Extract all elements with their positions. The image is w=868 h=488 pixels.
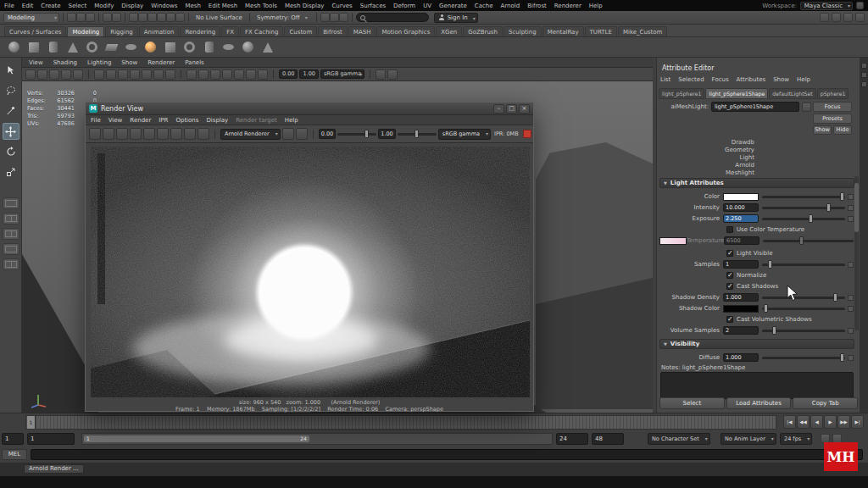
color-slider[interactable] — [762, 196, 845, 198]
intensity-map-button[interactable] — [848, 205, 854, 211]
command-language-toggle[interactable]: MEL — [2, 449, 27, 460]
diffuse-map-button[interactable] — [848, 355, 854, 361]
render-view-menu-item[interactable]: Display — [206, 117, 228, 124]
panel-menu-item[interactable]: Renderer — [147, 59, 175, 66]
shelf-tab[interactable]: Rigging — [105, 26, 138, 36]
samples-field[interactable]: 1 — [723, 260, 759, 269]
copy-tab-button[interactable]: Copy Tab — [793, 397, 858, 409]
sidebar-channel-box-icon[interactable] — [843, 13, 853, 22]
layout-single-pane-button[interactable] — [3, 197, 19, 209]
attribute-editor-tab[interactable]: defaultLightSet — [769, 88, 815, 99]
exposure-field[interactable]: 2.250 — [723, 214, 759, 223]
shelf-tab[interactable]: Custom — [284, 26, 317, 36]
volume-samples-map-button[interactable] — [848, 328, 854, 334]
select-camera-icon[interactable] — [25, 69, 36, 80]
render-view-menu-item[interactable]: Options — [175, 117, 198, 124]
render-view-titlebar[interactable]: M Render View – □ × — [86, 103, 533, 115]
shelf-icon-poly-platonic[interactable] — [259, 39, 275, 55]
attribute-editor-menu-item[interactable]: List — [660, 76, 670, 83]
menu-set-selector[interactable]: Modeling — [3, 13, 59, 23]
menu-item[interactable]: Windows — [151, 3, 177, 9]
panel-menu-item[interactable]: Shading — [53, 59, 77, 66]
shelf-icon-poly-helix[interactable] — [201, 39, 217, 55]
scale-tool[interactable] — [3, 164, 19, 180]
shadow-color-swatch[interactable] — [723, 305, 759, 313]
render-settings-icon[interactable] — [198, 128, 209, 140]
undo-icon[interactable] — [103, 13, 112, 22]
image-plane-icon[interactable] — [73, 69, 83, 80]
shadow-color-map-button[interactable] — [848, 306, 854, 312]
menu-item[interactable]: Select — [69, 3, 87, 9]
shadow-color-slider[interactable] — [762, 308, 845, 310]
visibility-section-header[interactable]: Visibility — [659, 339, 854, 349]
sidebar-attribute-editor-icon[interactable] — [820, 13, 829, 22]
layout-persp-outliner-button[interactable] — [3, 243, 19, 255]
ipr-render-icon[interactable] — [330, 13, 339, 22]
menu-item[interactable]: Mesh Display — [285, 3, 324, 9]
menu-item[interactable]: Deform — [393, 3, 415, 9]
menu-item[interactable]: Help — [589, 3, 603, 9]
presets-button[interactable]: Presets — [813, 114, 852, 124]
snapshot-icon[interactable] — [116, 128, 128, 140]
viewport-view-transform-selector[interactable]: sRGB gamma — [320, 69, 364, 79]
render-view-menu-item[interactable]: File — [91, 117, 101, 124]
shaded-icon[interactable] — [198, 69, 209, 80]
playback-button[interactable]: ▶| — [851, 415, 864, 429]
resolution-gate-icon[interactable] — [118, 69, 128, 80]
character-set-selector[interactable]: No Character Set — [648, 433, 710, 445]
cast-shadows-checkbox[interactable] — [726, 283, 733, 290]
shelf-icon-poly-torus[interactable] — [84, 39, 100, 55]
menu-item[interactable]: Renderer — [554, 3, 581, 9]
lock-camera-icon[interactable] — [37, 69, 47, 80]
playback-end-field[interactable]: 24 — [556, 433, 588, 445]
render-view-menu-item[interactable]: Render — [130, 117, 151, 124]
shadow-density-map-button[interactable] — [848, 295, 854, 301]
menu-item[interactable]: UV — [423, 3, 431, 9]
playback-button[interactable]: ▶ — [824, 415, 837, 429]
shelf-icon-poly-plane[interactable] — [103, 39, 120, 55]
exposure-map-button[interactable] — [848, 216, 854, 222]
use-all-lights-icon[interactable] — [222, 69, 232, 80]
paint-select-tool[interactable] — [3, 103, 19, 119]
menu-item[interactable]: Edit Mesh — [209, 3, 237, 9]
animation-end-field[interactable]: 48 — [592, 433, 624, 445]
grid-toggle-icon[interactable] — [94, 69, 104, 80]
exposure-slider[interactable] — [762, 218, 845, 220]
menu-item[interactable]: Create — [41, 3, 60, 9]
attribute-scrollbar[interactable] — [854, 176, 859, 330]
layout-two-pane-button[interactable] — [3, 213, 19, 225]
attribute-editor-menu-item[interactable]: Show — [773, 76, 789, 83]
samples-map-button[interactable] — [848, 262, 854, 268]
minimize-button[interactable]: – — [493, 104, 504, 114]
attribute-editor-tab[interactable]: light_pSphere1Shape — [705, 88, 768, 99]
exposure-slider[interactable] — [337, 133, 376, 136]
sidebar-tool-settings-icon[interactable] — [832, 13, 841, 22]
shelf-tab[interactable]: FX Caching — [240, 26, 283, 36]
redo-icon[interactable] — [112, 13, 121, 22]
menu-item[interactable]: Mesh — [185, 3, 200, 9]
shelf-icon-poly-disc[interactable] — [123, 39, 139, 55]
menu-item[interactable]: Display — [121, 3, 143, 9]
shelf-icon-poly-pipe[interactable] — [181, 39, 198, 55]
menu-item[interactable]: Edit — [22, 3, 34, 9]
sign-in-button[interactable]: Sign In — [434, 13, 478, 23]
film-gate-icon[interactable] — [106, 69, 116, 80]
range-slider[interactable]: 1 24 — [81, 433, 553, 445]
textured-icon[interactable] — [210, 69, 220, 80]
shelf-icon-poly-gear[interactable] — [220, 39, 236, 55]
shadow-density-field[interactable]: 1.000 — [723, 293, 759, 302]
shelf-icon-poly-cube-bevel[interactable] — [162, 39, 178, 55]
command-line-input[interactable] — [31, 449, 863, 460]
keep-image-icon[interactable] — [170, 128, 182, 140]
shelf-icon-poly-soccer[interactable] — [240, 39, 256, 55]
file-open-icon[interactable] — [76, 13, 86, 22]
search-input[interactable] — [356, 13, 429, 22]
wireframe-icon[interactable] — [186, 69, 197, 80]
shelf-tab[interactable]: Sculpting — [504, 26, 542, 36]
render-settings-icon[interactable] — [339, 13, 348, 22]
refresh-ipr-icon[interactable] — [143, 128, 155, 140]
intensity-slider[interactable] — [762, 207, 845, 209]
notes-textarea[interactable] — [660, 372, 854, 399]
workspace-selector[interactable]: Maya Classic — [800, 2, 853, 10]
display-rgb-icon[interactable] — [282, 128, 294, 140]
